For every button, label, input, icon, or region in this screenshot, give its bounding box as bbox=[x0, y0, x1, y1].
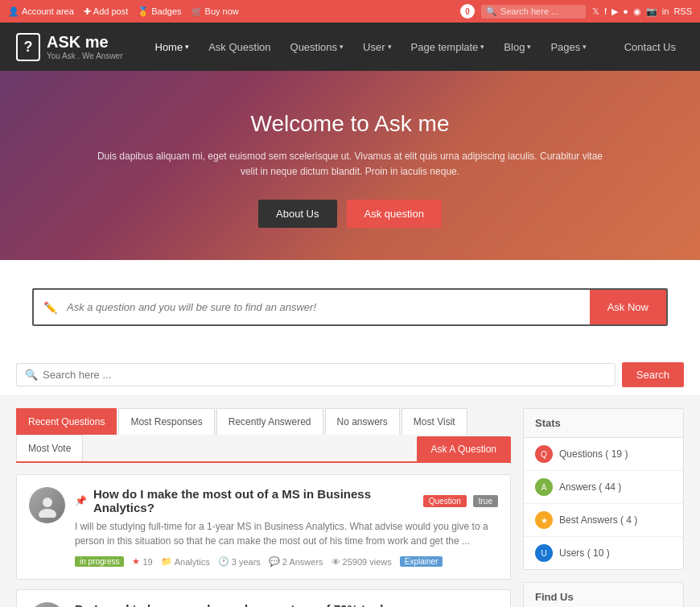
social-icons: 𝕏 f ▶ ● ◉ 📷 in RSS bbox=[592, 6, 692, 17]
search-section: 🔍 Search bbox=[0, 354, 700, 396]
top-bar-right: 0 🔍 𝕏 f ▶ ● ◉ 📷 in RSS bbox=[460, 4, 692, 19]
youtube-icon[interactable]: ▶ bbox=[611, 6, 618, 17]
questions-stat-icon: Q bbox=[535, 445, 553, 463]
nav-user[interactable]: User▾ bbox=[355, 23, 399, 71]
question-title[interactable]: How do I make the most out of a MS in Bu… bbox=[93, 487, 417, 514]
stat-users-label: Users ( 10 ) bbox=[559, 547, 610, 559]
avatar bbox=[29, 487, 65, 523]
time-meta: 🕐 3 years bbox=[218, 556, 261, 567]
sidebar: Stats Q Questions ( 19 ) A Answers ( 44 … bbox=[523, 408, 684, 607]
stat-users[interactable]: U Users ( 10 ) bbox=[524, 537, 683, 569]
instagram-icon[interactable]: 📷 bbox=[646, 6, 657, 17]
pages-arrow: ▾ bbox=[583, 43, 587, 51]
logo-subtitle: You Ask . We Answer bbox=[47, 52, 123, 60]
top-bar-left: 👤 Account area ✚ Add post 🏅 Badges 🛒 Buy… bbox=[8, 6, 239, 17]
hero-buttons: About Us Ask question bbox=[16, 200, 684, 228]
stat-questions[interactable]: Q Questions ( 19 ) bbox=[524, 438, 683, 471]
logo[interactable]: ? ASK me You Ask . We Answer bbox=[16, 33, 123, 61]
ask-a-question-button[interactable]: Ask A Question bbox=[417, 436, 511, 462]
eye-icon: 👁 bbox=[331, 557, 340, 567]
question-card: Do I need to have a undergrad percentage… bbox=[16, 589, 511, 607]
nav-page-template[interactable]: Page template▾ bbox=[403, 23, 493, 71]
main-content: Recent Questions Most Responses Recently… bbox=[0, 396, 700, 607]
user-arrow: ▾ bbox=[388, 43, 392, 51]
tab-recent-questions[interactable]: Recent Questions bbox=[16, 408, 117, 435]
nav-home[interactable]: Home▾ bbox=[147, 23, 198, 71]
question-title[interactable]: Do I need to have a undergrad percentage… bbox=[75, 602, 425, 607]
stat-best-answers[interactable]: ★ Best Answers ( 4 ) bbox=[524, 504, 683, 537]
explainer-badge: Explainer bbox=[400, 556, 443, 567]
main-nav: ? ASK me You Ask . We Answer Home▾ Ask Q… bbox=[0, 23, 700, 71]
notification-badge[interactable]: 0 bbox=[460, 4, 475, 19]
search-button[interactable]: Search bbox=[622, 362, 684, 387]
linkedin-icon[interactable]: in bbox=[662, 6, 669, 16]
question-body: Do I need to have a undergrad percentage… bbox=[75, 602, 498, 607]
questions-arrow: ▾ bbox=[340, 43, 344, 51]
top-bar: 👤 Account area ✚ Add post 🏅 Badges 🛒 Buy… bbox=[0, 0, 700, 23]
stats-box: Stats Q Questions ( 19 ) A Answers ( 44 … bbox=[523, 408, 684, 570]
vimeo-icon[interactable]: ◉ bbox=[633, 6, 641, 17]
tab-most-vote[interactable]: Most Vote bbox=[16, 435, 83, 461]
top-search-wrap: 🔍 bbox=[481, 5, 586, 19]
question-body: 📌 How do I make the most out of a MS in … bbox=[75, 487, 498, 567]
best-answers-stat-icon: ★ bbox=[535, 511, 553, 529]
top-search-input[interactable] bbox=[500, 6, 581, 16]
logo-text: ASK me You Ask . We Answer bbox=[47, 33, 123, 60]
nav-blog[interactable]: Blog▾ bbox=[496, 23, 539, 71]
tab-no-answers[interactable]: No answers bbox=[325, 408, 400, 435]
question-card-header: 📌 How do I make the most out of a MS in … bbox=[29, 487, 498, 567]
twitter-icon[interactable]: 𝕏 bbox=[592, 6, 599, 17]
facebook-icon[interactable]: f bbox=[604, 6, 607, 16]
add-post-link[interactable]: ✚ Add post bbox=[84, 6, 128, 17]
avatar bbox=[29, 602, 65, 607]
search-wrap: 🔍 bbox=[16, 363, 616, 386]
about-us-button[interactable]: About Us bbox=[258, 200, 336, 228]
nav-contact[interactable]: Contact Us bbox=[616, 41, 684, 53]
logo-title: ASK me bbox=[47, 33, 123, 52]
ask-now-button[interactable]: Ask Now bbox=[590, 290, 666, 324]
pencil-icon: ✏️ bbox=[34, 301, 67, 314]
pin-icon: 📌 bbox=[75, 495, 87, 506]
nav-items: Home▾ Ask Question Questions▾ User▾ Page… bbox=[147, 23, 616, 71]
ask-bar-input[interactable] bbox=[67, 290, 590, 324]
tab-most-responses[interactable]: Most Responses bbox=[118, 408, 214, 435]
plus-icon: ✚ bbox=[84, 6, 91, 17]
home-arrow: ▾ bbox=[185, 43, 189, 51]
tab-most-visit[interactable]: Most Visit bbox=[401, 408, 467, 435]
question-excerpt: I will be studying full-time for a 1-yea… bbox=[75, 519, 498, 548]
status-badge: in progress bbox=[75, 556, 124, 567]
stat-questions-label: Questions ( 19 ) bbox=[559, 448, 628, 460]
answers-meta: 💬 2 Answers bbox=[269, 556, 323, 567]
search-icon: 🔍 bbox=[486, 6, 497, 17]
category-meta: 📁 Analytics bbox=[161, 556, 210, 567]
badges-link[interactable]: 🏅 Badges bbox=[138, 6, 181, 17]
report-badge[interactable]: true bbox=[473, 495, 498, 507]
stat-answers[interactable]: A Answers ( 44 ) bbox=[524, 471, 683, 504]
blog-arrow: ▾ bbox=[527, 43, 531, 51]
buy-now-link[interactable]: 🛒 Buy now bbox=[191, 6, 239, 17]
svg-point-0 bbox=[43, 498, 52, 507]
chat-icon: 💬 bbox=[269, 556, 280, 567]
rss-icon[interactable]: RSS bbox=[673, 6, 692, 16]
question-badge: Question bbox=[423, 495, 467, 507]
flickr-icon[interactable]: ● bbox=[623, 6, 628, 16]
stats-title: Stats bbox=[524, 409, 683, 438]
tab-recently-answered[interactable]: Recently Answered bbox=[216, 408, 323, 435]
stars-meta: ★ 19 bbox=[132, 556, 152, 567]
logo-mark: ? bbox=[16, 33, 40, 61]
nav-ask-question[interactable]: Ask Question bbox=[200, 23, 278, 71]
hero-description: Duis dapibus aliquam mi, eget euismod se… bbox=[93, 149, 607, 180]
ask-bar-section: ✏️ Ask Now bbox=[0, 260, 700, 354]
stat-best-answers-label: Best Answers ( 4 ) bbox=[559, 514, 637, 526]
hero-section: Welcome to Ask me Duis dapibus aliquam m… bbox=[0, 71, 700, 260]
account-area-link[interactable]: 👤 Account area bbox=[8, 6, 74, 17]
ask-question-wrap: Ask A Question bbox=[16, 436, 511, 462]
hero-title: Welcome to Ask me bbox=[16, 111, 684, 137]
nav-pages[interactable]: Pages▾ bbox=[542, 23, 595, 71]
nav-questions[interactable]: Questions▾ bbox=[282, 23, 352, 71]
clock-icon: 🕐 bbox=[218, 556, 229, 567]
search-input[interactable] bbox=[43, 369, 607, 381]
ask-question-hero-button[interactable]: Ask question bbox=[347, 200, 442, 228]
avatar-img bbox=[35, 493, 60, 518]
question-title-row: 📌 How do I make the most out of a MS in … bbox=[75, 487, 498, 514]
